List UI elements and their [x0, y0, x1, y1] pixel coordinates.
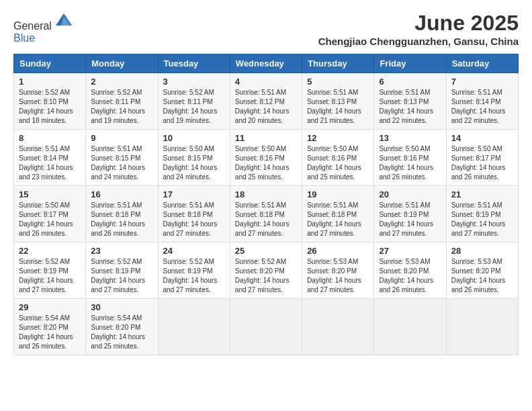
cell-line: and 25 minutes. — [91, 342, 152, 351]
day-number: 5 — [307, 77, 369, 87]
header-cell-tuesday: Tuesday — [158, 54, 230, 73]
cell-content: Sunrise: 5:50 AMSunset: 8:17 PMDaylight:… — [19, 201, 81, 238]
cell-line: Sunrise: 5:50 AM — [307, 144, 369, 154]
cell-content: Sunrise: 5:50 AMSunset: 8:16 PMDaylight:… — [379, 144, 441, 182]
cell-line: Sunset: 8:16 PM — [307, 154, 369, 163]
calendar-cell: 28Sunrise: 5:53 AMSunset: 8:20 PMDayligh… — [446, 242, 518, 299]
calendar-cell: 21Sunrise: 5:51 AMSunset: 8:19 PMDayligh… — [446, 186, 518, 242]
cell-line: Daylight: 14 hours — [19, 107, 81, 116]
cell-line: Sunset: 8:19 PM — [379, 210, 441, 220]
cell-line: Daylight: 14 hours — [19, 332, 81, 342]
calendar-cell — [446, 299, 518, 355]
cell-line: Daylight: 14 hours — [163, 220, 225, 229]
day-number: 13 — [379, 133, 441, 143]
calendar-cell: 13Sunrise: 5:50 AMSunset: 8:16 PMDayligh… — [374, 130, 446, 186]
calendar-cell: 27Sunrise: 5:53 AMSunset: 8:20 PMDayligh… — [374, 242, 446, 299]
cell-line: Sunset: 8:16 PM — [235, 154, 297, 163]
week-row-1: 1Sunrise: 5:52 AMSunset: 8:10 PMDaylight… — [14, 73, 519, 130]
cell-line: Sunrise: 5:50 AM — [163, 144, 225, 154]
cell-content: Sunrise: 5:50 AMSunset: 8:15 PMDaylight:… — [163, 144, 225, 182]
cell-line: Sunrise: 5:52 AM — [91, 257, 152, 267]
cell-content: Sunrise: 5:52 AMSunset: 8:19 PMDaylight:… — [19, 257, 81, 295]
calendar-table: SundayMondayTuesdayWednesdayThursdayFrid… — [13, 54, 519, 355]
cell-line: Daylight: 14 hours — [91, 220, 152, 229]
cell-line: Sunset: 8:15 PM — [91, 154, 152, 163]
cell-line: and 26 minutes. — [379, 173, 441, 182]
header-cell-friday: Friday — [374, 54, 446, 73]
cell-line: Sunset: 8:14 PM — [451, 97, 513, 107]
cell-line: Daylight: 14 hours — [451, 276, 513, 285]
cell-line: Sunrise: 5:51 AM — [307, 201, 369, 210]
cell-line: Daylight: 14 hours — [379, 163, 441, 173]
calendar-cell: 29Sunrise: 5:54 AMSunset: 8:20 PMDayligh… — [14, 299, 86, 355]
day-number: 17 — [163, 189, 225, 199]
cell-content: Sunrise: 5:52 AMSunset: 8:19 PMDaylight:… — [91, 257, 152, 295]
day-number: 18 — [235, 189, 297, 199]
cell-content: Sunrise: 5:51 AMSunset: 8:14 PMDaylight:… — [19, 144, 81, 182]
cell-line: Daylight: 14 hours — [235, 163, 297, 173]
cell-line: Daylight: 14 hours — [307, 276, 369, 285]
cell-line: Daylight: 14 hours — [163, 276, 225, 285]
cell-line: Sunrise: 5:52 AM — [19, 257, 81, 267]
cell-content: Sunrise: 5:51 AMSunset: 8:18 PMDaylight:… — [163, 201, 225, 238]
day-number: 4 — [235, 77, 297, 87]
cell-line: Sunset: 8:16 PM — [379, 154, 441, 163]
day-number: 25 — [235, 246, 297, 256]
cell-content: Sunrise: 5:53 AMSunset: 8:20 PMDaylight:… — [379, 257, 441, 295]
cell-content: Sunrise: 5:54 AMSunset: 8:20 PMDaylight:… — [19, 314, 81, 351]
cell-line: Sunrise: 5:54 AM — [91, 314, 152, 323]
day-number: 9 — [91, 133, 152, 143]
cell-line: and 26 minutes. — [379, 285, 441, 295]
cell-content: Sunrise: 5:53 AMSunset: 8:20 PMDaylight:… — [451, 257, 513, 295]
calendar-cell: 22Sunrise: 5:52 AMSunset: 8:19 PMDayligh… — [14, 242, 86, 299]
cell-content: Sunrise: 5:51 AMSunset: 8:13 PMDaylight:… — [307, 88, 369, 126]
cell-line: and 22 minutes. — [379, 116, 441, 126]
day-number: 11 — [235, 133, 297, 143]
calendar-cell: 14Sunrise: 5:50 AMSunset: 8:17 PMDayligh… — [446, 130, 518, 186]
calendar-cell: 25Sunrise: 5:52 AMSunset: 8:20 PMDayligh… — [230, 242, 302, 299]
calendar-cell: 11Sunrise: 5:50 AMSunset: 8:16 PMDayligh… — [230, 130, 302, 186]
cell-line: Sunset: 8:17 PM — [19, 210, 81, 220]
day-number: 29 — [19, 302, 81, 312]
calendar-cell: 23Sunrise: 5:52 AMSunset: 8:19 PMDayligh… — [86, 242, 158, 299]
cell-line: Sunset: 8:12 PM — [235, 97, 297, 107]
cell-line: Sunset: 8:17 PM — [451, 154, 513, 163]
cell-line: Daylight: 14 hours — [235, 220, 297, 229]
calendar-cell: 26Sunrise: 5:53 AMSunset: 8:20 PMDayligh… — [302, 242, 374, 299]
cell-line: and 25 minutes. — [235, 173, 297, 182]
cell-line: and 27 minutes. — [163, 285, 225, 295]
cell-line: Daylight: 14 hours — [163, 163, 225, 173]
cell-content: Sunrise: 5:51 AMSunset: 8:18 PMDaylight:… — [235, 201, 297, 238]
cell-line: Daylight: 14 hours — [19, 163, 81, 173]
logo-blue: Blue — [13, 32, 35, 44]
calendar-cell: 1Sunrise: 5:52 AMSunset: 8:10 PMDaylight… — [14, 73, 86, 130]
calendar-cell: 7Sunrise: 5:51 AMSunset: 8:14 PMDaylight… — [446, 73, 518, 130]
calendar-cell: 19Sunrise: 5:51 AMSunset: 8:18 PMDayligh… — [302, 186, 374, 242]
day-number: 7 — [451, 77, 513, 87]
cell-content: Sunrise: 5:52 AMSunset: 8:11 PMDaylight:… — [163, 88, 225, 126]
cell-line: Sunset: 8:13 PM — [379, 97, 441, 107]
calendar-subtitle: Chengjiao Chengguanzhen, Gansu, China — [318, 36, 519, 47]
day-number: 27 — [379, 246, 441, 256]
cell-line: Daylight: 14 hours — [163, 107, 225, 116]
header-cell-thursday: Thursday — [302, 54, 374, 73]
cell-line: Sunrise: 5:53 AM — [451, 257, 513, 267]
cell-content: Sunrise: 5:51 AMSunset: 8:19 PMDaylight:… — [451, 201, 513, 238]
cell-line: Sunrise: 5:50 AM — [379, 144, 441, 154]
week-row-5: 29Sunrise: 5:54 AMSunset: 8:20 PMDayligh… — [14, 299, 519, 355]
cell-line: Sunrise: 5:50 AM — [235, 144, 297, 154]
calendar-cell — [230, 299, 302, 355]
week-row-4: 22Sunrise: 5:52 AMSunset: 8:19 PMDayligh… — [14, 242, 519, 299]
cell-line: and 26 minutes. — [451, 285, 513, 295]
day-number: 22 — [19, 246, 81, 256]
cell-content: Sunrise: 5:51 AMSunset: 8:13 PMDaylight:… — [379, 88, 441, 126]
cell-line: Sunrise: 5:51 AM — [379, 201, 441, 210]
day-number: 16 — [91, 189, 152, 199]
cell-line: Sunset: 8:13 PM — [307, 97, 369, 107]
calendar-cell: 12Sunrise: 5:50 AMSunset: 8:16 PMDayligh… — [302, 130, 374, 186]
day-number: 14 — [451, 133, 513, 143]
header-cell-saturday: Saturday — [446, 54, 518, 73]
calendar-cell: 6Sunrise: 5:51 AMSunset: 8:13 PMDaylight… — [374, 73, 446, 130]
day-number: 26 — [307, 246, 369, 256]
cell-line: Sunset: 8:11 PM — [163, 97, 225, 107]
